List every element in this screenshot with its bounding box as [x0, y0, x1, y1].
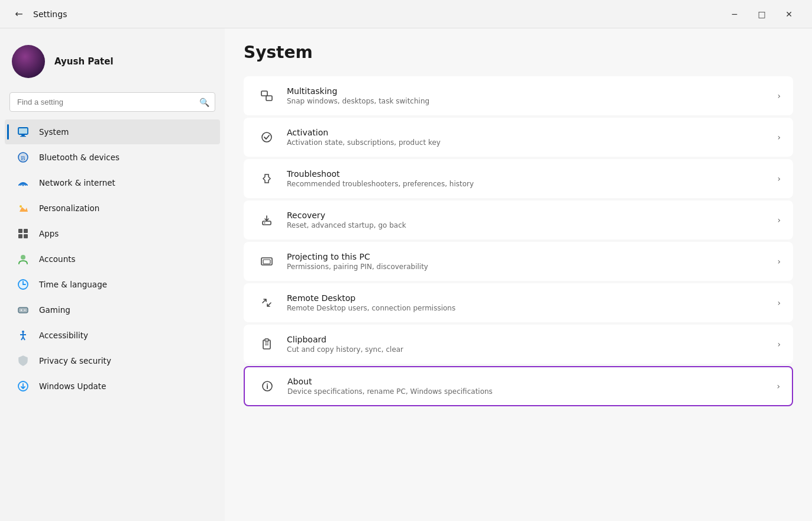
- bluetooth-icon: B: [17, 151, 30, 164]
- settings-item-desc-recovery: Reset, advanced startup, go back: [287, 221, 772, 229]
- apps-icon: [17, 227, 30, 240]
- titlebar: ← Settings ─ □ ✕: [0, 0, 812, 28]
- sidebar-item-label-update: Windows Update: [39, 381, 106, 391]
- user-section: Ayush Patel: [0, 38, 225, 90]
- settings-item-desc-clipboard: Cut and copy history, sync, clear: [287, 345, 772, 354]
- settings-list: Multitasking Snap windows, desktops, tas…: [244, 76, 793, 406]
- settings-item-about[interactable]: About Device specifications, rename PC, …: [244, 366, 793, 406]
- settings-item-recovery[interactable]: Recovery Reset, advanced startup, go bac…: [244, 200, 793, 240]
- chevron-icon-recovery: ›: [777, 215, 781, 225]
- chevron-icon-remote-desktop: ›: [777, 298, 781, 308]
- sidebar-item-apps[interactable]: Apps: [5, 221, 220, 246]
- clipboard-icon: [256, 334, 277, 355]
- avatar[interactable]: [12, 45, 45, 78]
- sidebar-item-label-system: System: [39, 127, 69, 137]
- settings-item-activation[interactable]: Activation Activation state, subscriptio…: [244, 118, 793, 157]
- minimize-button[interactable]: ─: [721, 5, 748, 24]
- sidebar-item-accounts[interactable]: Accounts: [5, 247, 220, 271]
- recovery-icon: [256, 209, 277, 231]
- projecting-icon: [256, 251, 277, 272]
- activation-icon: [256, 127, 277, 148]
- settings-item-text-troubleshoot: Troubleshoot Recommended troubleshooters…: [287, 169, 772, 188]
- svg-rect-27: [261, 91, 267, 96]
- network-icon: [17, 176, 30, 189]
- accessibility-icon: [17, 329, 30, 342]
- settings-item-title-projecting: Projecting to this PC: [287, 252, 772, 261]
- svg-rect-9: [24, 229, 28, 233]
- settings-item-title-recovery: Recovery: [287, 211, 772, 220]
- sidebar-item-label-accounts: Accounts: [39, 254, 76, 264]
- svg-rect-28: [266, 96, 272, 101]
- remote-desktop-icon: [256, 292, 277, 313]
- update-icon: [17, 380, 30, 393]
- settings-item-title-about: About: [287, 377, 772, 386]
- troubleshoot-icon: [256, 168, 277, 189]
- svg-rect-1: [21, 135, 25, 136]
- svg-point-20: [24, 310, 25, 311]
- svg-text:B: B: [21, 154, 25, 161]
- sidebar-item-update[interactable]: Windows Update: [5, 374, 220, 399]
- sidebar-item-system[interactable]: System: [5, 119, 220, 144]
- multitasking-icon: [256, 85, 277, 106]
- svg-rect-2: [20, 136, 26, 137]
- sidebar-item-label-time: Time & language: [39, 280, 107, 289]
- sidebar-item-label-bluetooth: Bluetooth & devices: [39, 153, 119, 162]
- sidebar-item-label-personalization: Personalization: [39, 203, 99, 213]
- settings-item-desc-remote-desktop: Remote Desktop users, connection permiss…: [287, 304, 772, 312]
- accounts-icon: [17, 253, 30, 266]
- settings-item-projecting[interactable]: Projecting to this PC Permissions, pairi…: [244, 242, 793, 281]
- settings-item-desc-about: Device specifications, rename PC, Window…: [287, 387, 772, 396]
- sidebar-item-label-apps: Apps: [39, 229, 59, 238]
- app-container: Ayush Patel 🔍 System B Bluetooth & devic…: [0, 28, 812, 521]
- titlebar-title: Settings: [33, 9, 67, 19]
- settings-item-text-about: About Device specifications, rename PC, …: [287, 377, 772, 396]
- sidebar-item-accessibility[interactable]: Accessibility: [5, 323, 220, 348]
- close-button[interactable]: ✕: [775, 5, 803, 24]
- privacy-icon: [17, 354, 30, 367]
- search-input[interactable]: [9, 92, 215, 112]
- gaming-icon: [17, 303, 30, 316]
- maximize-button[interactable]: □: [748, 5, 775, 24]
- svg-rect-11: [24, 234, 28, 238]
- svg-point-29: [262, 132, 271, 142]
- svg-point-21: [22, 331, 24, 333]
- settings-item-multitasking[interactable]: Multitasking Snap windows, desktops, tas…: [244, 76, 793, 115]
- sidebar-item-gaming[interactable]: Gaming: [5, 297, 220, 322]
- settings-item-clipboard[interactable]: Clipboard Cut and copy history, sync, cl…: [244, 325, 793, 364]
- sidebar-item-personalization[interactable]: Personalization: [5, 196, 220, 221]
- settings-item-desc-multitasking: Snap windows, desktops, task switching: [287, 97, 772, 105]
- page-title: System: [244, 43, 793, 62]
- chevron-icon-activation: ›: [777, 132, 781, 142]
- back-button[interactable]: ←: [9, 5, 28, 24]
- settings-item-text-recovery: Recovery Reset, advanced startup, go bac…: [287, 211, 772, 229]
- svg-rect-33: [263, 260, 270, 264]
- settings-item-text-multitasking: Multitasking Snap windows, desktops, tas…: [287, 86, 772, 105]
- settings-item-text-projecting: Projecting to this PC Permissions, pairi…: [287, 252, 772, 271]
- settings-item-remote-desktop[interactable]: Remote Desktop Remote Desktop users, con…: [244, 283, 793, 322]
- chevron-icon-multitasking: ›: [777, 91, 781, 101]
- settings-item-text-remote-desktop: Remote Desktop Remote Desktop users, con…: [287, 293, 772, 312]
- sidebar-item-bluetooth[interactable]: B Bluetooth & devices: [5, 145, 220, 170]
- svg-rect-8: [18, 229, 22, 233]
- settings-item-title-activation: Activation: [287, 128, 772, 137]
- svg-rect-10: [18, 234, 22, 238]
- sidebar-item-network[interactable]: Network & internet: [5, 170, 220, 195]
- settings-item-title-remote-desktop: Remote Desktop: [287, 293, 772, 303]
- sidebar-item-privacy[interactable]: Privacy & security: [5, 348, 220, 373]
- svg-line-25: [23, 337, 25, 340]
- sidebar: Ayush Patel 🔍 System B Bluetooth & devic…: [0, 28, 225, 521]
- settings-item-desc-troubleshoot: Recommended troubleshooters, preferences…: [287, 180, 772, 188]
- svg-point-7: [20, 205, 22, 208]
- settings-item-desc-activation: Activation state, subscriptions, product…: [287, 138, 772, 147]
- settings-item-text-clipboard: Clipboard Cut and copy history, sync, cl…: [287, 335, 772, 354]
- time-icon: [17, 278, 30, 291]
- settings-item-troubleshoot[interactable]: Troubleshoot Recommended troubleshooters…: [244, 159, 793, 198]
- settings-item-title-clipboard: Clipboard: [287, 335, 772, 344]
- settings-item-desc-projecting: Permissions, pairing PIN, discoverabilit…: [287, 263, 772, 271]
- sidebar-item-label-gaming: Gaming: [39, 305, 70, 315]
- settings-item-text-activation: Activation Activation state, subscriptio…: [287, 128, 772, 147]
- sidebar-item-time[interactable]: Time & language: [5, 272, 220, 297]
- chevron-icon-about: ›: [777, 381, 780, 391]
- settings-item-title-multitasking: Multitasking: [287, 86, 772, 96]
- search-box: 🔍: [9, 92, 215, 112]
